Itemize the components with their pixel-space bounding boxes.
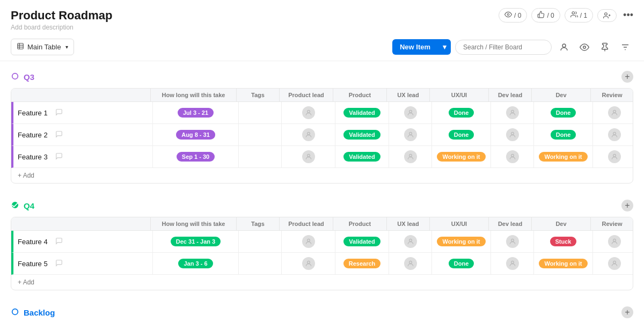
row-name: Feature 1: [18, 109, 48, 117]
dev-cell[interactable]: Done: [534, 124, 593, 145]
more-options-button[interactable]: •••: [621, 8, 635, 23]
ux-lead-cell[interactable]: [389, 146, 432, 167]
tags-cell[interactable]: [239, 102, 282, 123]
product-lead-cell[interactable]: [282, 146, 335, 167]
search-input[interactable]: [455, 40, 552, 55]
comment-icon[interactable]: [55, 152, 63, 162]
review-cell[interactable]: [593, 102, 633, 123]
eye-stat[interactable]: / 0: [499, 8, 527, 23]
add-group-item-q4[interactable]: +: [621, 200, 633, 211]
dev-lead-cell[interactable]: [491, 102, 534, 123]
product-lead-cell[interactable]: [282, 253, 335, 274]
uxui-cell[interactable]: Done: [432, 253, 491, 274]
user-count: / 1: [580, 12, 587, 19]
comment-icon[interactable]: [55, 237, 63, 246]
eye-count: / 0: [514, 12, 521, 19]
table-row: Feature 2Aug 8 - 31ValidatedDoneDoneWait…: [11, 124, 633, 146]
review-cell[interactable]: [593, 253, 633, 274]
product-lead-cell[interactable]: [282, 231, 335, 252]
duration-cell[interactable]: Dec 31 - Jan 3: [153, 231, 239, 252]
uxui-badge: Working on it: [437, 152, 485, 162]
tags-cell[interactable]: [239, 124, 282, 145]
product-cell[interactable]: Validated: [335, 146, 389, 167]
product-cell[interactable]: Validated: [335, 231, 389, 252]
avatar: [608, 257, 621, 270]
account-icon[interactable]: [556, 39, 572, 55]
review-cell[interactable]: [593, 124, 633, 145]
tags-cell[interactable]: [239, 231, 282, 252]
main-table-button[interactable]: Main Table ▾: [11, 39, 74, 55]
product-badge: Validated: [343, 108, 380, 118]
uxui-cell[interactable]: Done: [432, 124, 491, 145]
add-row-q3[interactable]: + Add: [11, 168, 633, 183]
dev-lead-cell[interactable]: [491, 253, 534, 274]
product-cell[interactable]: Validated: [335, 102, 389, 123]
svg-point-17: [409, 110, 412, 113]
duration-cell[interactable]: Sep 1 - 30: [153, 146, 239, 167]
filter-icon[interactable]: [617, 39, 633, 55]
duration-cell[interactable]: Aug 8 - 31: [153, 124, 239, 145]
ux-lead-cell[interactable]: [389, 253, 432, 274]
new-item-button[interactable]: New Item ▾: [392, 39, 451, 55]
dev-cell[interactable]: Working on it: [534, 253, 593, 274]
ux-lead-cell[interactable]: [389, 231, 432, 252]
add-group-item-backlog[interactable]: +: [621, 306, 633, 318]
row-name-cell: Feature 5: [13, 253, 153, 274]
duration-cell[interactable]: Jul 3 - 21: [153, 102, 239, 123]
pin-icon[interactable]: [597, 39, 613, 55]
product-cell[interactable]: Research: [335, 253, 389, 274]
review-cell[interactable]: [593, 231, 633, 252]
avatar: [404, 150, 417, 163]
uxui-cell[interactable]: Working on it: [432, 231, 491, 252]
dev-lead-cell[interactable]: [491, 146, 534, 167]
duration-badge: Jul 3 - 21: [178, 108, 214, 118]
product-lead-cell[interactable]: [282, 102, 335, 123]
eye-icon: [504, 11, 512, 20]
main-table-label: Main Table: [27, 43, 61, 51]
review-cell[interactable]: [593, 146, 633, 167]
add-group-item-q3[interactable]: +: [621, 71, 633, 83]
user-stat[interactable]: / 1: [565, 8, 593, 23]
product-badge: Research: [343, 259, 381, 268]
like-stat[interactable]: / 0: [531, 8, 560, 23]
comment-icon[interactable]: [55, 108, 63, 118]
dev-cell[interactable]: Stuck: [534, 231, 593, 252]
eye-view-icon[interactable]: [576, 39, 592, 55]
col-header-item: [11, 89, 151, 101]
col-header-item: [11, 217, 151, 230]
comment-icon[interactable]: [55, 130, 63, 140]
uxui-cell[interactable]: Done: [432, 102, 491, 123]
toolbar: Main Table ▾ New Item ▾: [0, 33, 644, 61]
ux-lead-cell[interactable]: [389, 124, 432, 145]
svg-point-26: [511, 154, 514, 157]
duration-cell[interactable]: Jan 3 - 6: [153, 253, 239, 274]
ux-lead-cell[interactable]: [389, 102, 432, 123]
product-lead-cell[interactable]: [282, 124, 335, 145]
comment-icon[interactable]: [55, 259, 63, 268]
dev-cell[interactable]: Working on it: [534, 146, 593, 167]
product-cell[interactable]: Validated: [335, 124, 389, 145]
tags-cell[interactable]: [239, 146, 282, 167]
duration-badge: Dec 31 - Jan 3: [171, 237, 221, 246]
svg-point-29: [307, 239, 310, 241]
col-header-dev: Dev: [532, 217, 591, 230]
add-row-q4[interactable]: + Add: [11, 275, 633, 290]
table-q4: How long will this takeTagsProduct leadP…: [11, 217, 633, 290]
dev-cell[interactable]: Done: [534, 102, 593, 123]
board: Q3+How long will this takeTagsProduct le…: [0, 61, 644, 322]
svg-point-19: [613, 110, 616, 113]
svg-point-22: [511, 132, 514, 135]
table-q3: How long will this takeTagsProduct leadP…: [11, 88, 633, 184]
dev-lead-cell[interactable]: [491, 231, 534, 252]
dev-lead-cell[interactable]: [491, 124, 534, 145]
dev-badge: Done: [551, 130, 576, 140]
users-icon: [570, 11, 578, 20]
col-header-dev-lead: Dev lead: [489, 217, 532, 230]
tags-cell[interactable]: [239, 253, 282, 274]
dev-badge: Working on it: [539, 259, 587, 268]
col-header-review: Review: [591, 217, 633, 230]
group-header-q4: Q4+: [11, 196, 633, 215]
add-person-btn[interactable]: [597, 9, 617, 22]
uxui-cell[interactable]: Working on it: [432, 146, 491, 167]
col-header-how-long-will-this-take: How long will this take: [151, 217, 237, 230]
